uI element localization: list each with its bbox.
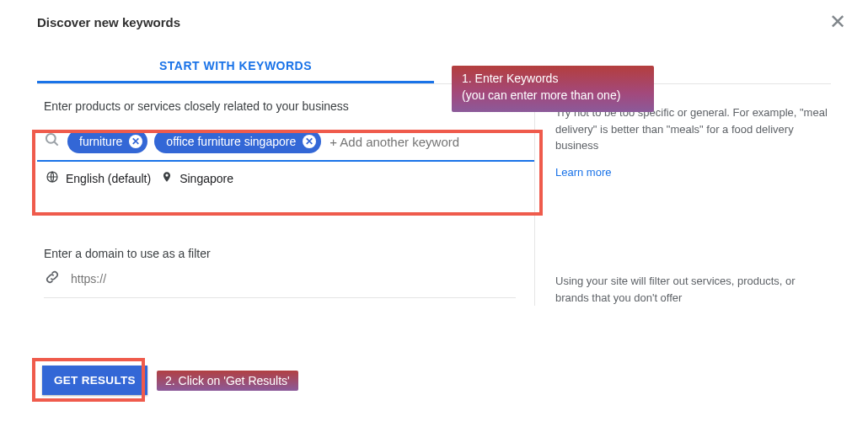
keyword-chip-label: furniture: [79, 135, 122, 148]
keyword-chip[interactable]: furniture ✕: [67, 130, 147, 153]
keyword-input-bar[interactable]: furniture ✕ office furniture singapore ✕: [37, 125, 534, 162]
annotation-step-2: 2. Click on 'Get Results': [157, 371, 298, 391]
close-icon[interactable]: ✕: [824, 12, 851, 32]
keyword-chip-label: office furniture singapore: [166, 135, 296, 148]
annotation-step-1: 1. Enter Keywords (you can enter more th…: [452, 66, 654, 112]
learn-more-link[interactable]: Learn more: [555, 164, 611, 181]
keyword-add-input[interactable]: [328, 134, 529, 150]
page-title: Discover new keywords: [37, 15, 180, 29]
svg-point-0: [46, 134, 56, 143]
pin-icon: [161, 171, 173, 185]
globe-icon: [46, 170, 59, 186]
location-selector[interactable]: Singapore: [179, 172, 233, 185]
chip-remove-icon[interactable]: ✕: [303, 135, 316, 148]
domain-input[interactable]: [69, 271, 220, 286]
get-results-button[interactable]: GET RESULTS: [42, 366, 147, 395]
domain-filter-label: Enter a domain to use as a filter: [44, 247, 534, 260]
tab-start-with-keywords[interactable]: START WITH KEYWORDS: [37, 59, 434, 83]
tab-bar: START WITH KEYWORDS: [37, 59, 831, 84]
keyword-chip[interactable]: office furniture singapore ✕: [154, 130, 321, 153]
link-icon: [44, 269, 61, 289]
svg-line-1: [55, 142, 58, 146]
domain-hint-text: Using your site will filter out services…: [555, 273, 831, 306]
chip-remove-icon[interactable]: ✕: [129, 135, 142, 148]
language-selector[interactable]: English (default): [66, 172, 151, 185]
search-icon: [44, 131, 61, 152]
annotation-step-1-sub: (you can enter more than one): [462, 88, 646, 104]
annotation-step-1-title: 1. Enter Keywords: [462, 71, 646, 88]
